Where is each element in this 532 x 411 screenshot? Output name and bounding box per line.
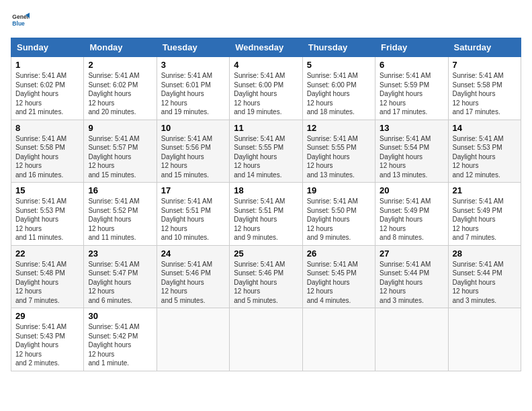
calendar-cell — [302, 308, 375, 371]
day-info: Sunrise: 5:41 AMSunset: 5:47 PMDaylight … — [88, 260, 152, 306]
day-info: Sunrise: 5:41 AMSunset: 5:54 PMDaylight … — [380, 134, 443, 180]
day-info: Sunrise: 5:41 AMSunset: 5:46 PMDaylight … — [161, 260, 225, 306]
day-info: Sunrise: 5:41 AMSunset: 5:44 PMDaylight … — [380, 260, 443, 306]
day-info: Sunrise: 5:41 AMSunset: 6:02 PMDaylight … — [15, 71, 79, 117]
day-number: 20 — [380, 185, 443, 195]
day-info: Sunrise: 5:41 AMSunset: 6:01 PMDaylight … — [161, 71, 225, 117]
calendar-cell — [448, 308, 521, 371]
calendar-cell: 12 Sunrise: 5:41 AMSunset: 5:55 PMDaylig… — [302, 120, 375, 183]
calendar-cell — [375, 308, 448, 371]
calendar-cell: 10 Sunrise: 5:41 AMSunset: 5:56 PMDaylig… — [157, 120, 229, 183]
calendar-cell: 22 Sunrise: 5:41 AMSunset: 5:48 PMDaylig… — [11, 245, 84, 308]
day-info: Sunrise: 5:41 AMSunset: 5:51 PMDaylight … — [234, 197, 298, 242]
day-number: 7 — [453, 60, 517, 70]
calendar-cell: 29 Sunrise: 5:41 AMSunset: 5:43 PMDaylig… — [11, 308, 84, 371]
day-info: Sunrise: 5:41 AMSunset: 5:58 PMDaylight … — [15, 134, 79, 180]
calendar-cell: 18 Sunrise: 5:41 AMSunset: 5:51 PMDaylig… — [230, 183, 302, 246]
calendar-week-3: 15 Sunrise: 5:41 AMSunset: 5:53 PMDaylig… — [11, 183, 521, 246]
calendar-table: SundayMondayTuesdayWednesdayThursdayFrid… — [11, 38, 521, 371]
day-number: 18 — [234, 185, 298, 195]
calendar-cell: 24 Sunrise: 5:41 AMSunset: 5:46 PMDaylig… — [157, 245, 229, 308]
day-number: 15 — [15, 185, 79, 195]
calendar-cell: 26 Sunrise: 5:41 AMSunset: 5:45 PMDaylig… — [302, 245, 375, 308]
col-header-tuesday: Tuesday — [157, 38, 229, 57]
day-info: Sunrise: 5:41 AMSunset: 5:44 PMDaylight … — [453, 260, 517, 306]
calendar-cell: 27 Sunrise: 5:41 AMSunset: 5:44 PMDaylig… — [375, 245, 448, 308]
day-number: 13 — [380, 123, 443, 133]
day-info: Sunrise: 5:41 AMSunset: 5:57 PMDaylight … — [88, 134, 152, 180]
day-number: 28 — [453, 248, 517, 259]
calendar-week-5: 29 Sunrise: 5:41 AMSunset: 5:43 PMDaylig… — [11, 308, 521, 371]
calendar-cell: 5 Sunrise: 5:41 AMSunset: 6:00 PMDayligh… — [302, 57, 375, 120]
calendar-cell: 23 Sunrise: 5:41 AMSunset: 5:47 PMDaylig… — [84, 245, 157, 308]
calendar-cell: 20 Sunrise: 5:41 AMSunset: 5:49 PMDaylig… — [375, 183, 448, 246]
calendar-cell — [230, 308, 302, 371]
day-info: Sunrise: 5:41 AMSunset: 5:43 PMDaylight … — [15, 322, 79, 368]
day-number: 3 — [161, 60, 225, 70]
calendar-header-row: SundayMondayTuesdayWednesdayThursdayFrid… — [11, 38, 521, 57]
day-info: Sunrise: 5:41 AMSunset: 5:51 PMDaylight … — [161, 197, 225, 242]
day-info: Sunrise: 5:41 AMSunset: 5:42 PMDaylight … — [88, 322, 152, 368]
day-number: 22 — [15, 248, 79, 259]
calendar-cell: 16 Sunrise: 5:41 AMSunset: 5:52 PMDaylig… — [84, 183, 157, 246]
day-info: Sunrise: 5:41 AMSunset: 5:49 PMDaylight … — [453, 197, 517, 242]
svg-text:Blue: Blue — [12, 20, 25, 27]
calendar-cell: 19 Sunrise: 5:41 AMSunset: 5:50 PMDaylig… — [302, 183, 375, 246]
calendar-cell: 4 Sunrise: 5:41 AMSunset: 6:00 PMDayligh… — [230, 57, 302, 120]
day-info: Sunrise: 5:41 AMSunset: 5:46 PMDaylight … — [234, 260, 298, 306]
calendar-cell: 15 Sunrise: 5:41 AMSunset: 5:53 PMDaylig… — [11, 183, 84, 246]
page-header: General Blue — [11, 11, 521, 30]
calendar-cell: 25 Sunrise: 5:41 AMSunset: 5:46 PMDaylig… — [230, 245, 302, 308]
day-info: Sunrise: 5:41 AMSunset: 6:00 PMDaylight … — [307, 71, 371, 117]
calendar-cell: 8 Sunrise: 5:41 AMSunset: 5:58 PMDayligh… — [11, 120, 84, 183]
day-number: 30 — [88, 311, 152, 321]
day-number: 11 — [234, 123, 298, 133]
day-number: 5 — [307, 60, 371, 70]
day-info: Sunrise: 5:41 AMSunset: 5:59 PMDaylight … — [380, 71, 443, 117]
day-number: 9 — [88, 123, 152, 133]
calendar-cell: 3 Sunrise: 5:41 AMSunset: 6:01 PMDayligh… — [157, 57, 229, 120]
calendar-week-2: 8 Sunrise: 5:41 AMSunset: 5:58 PMDayligh… — [11, 120, 521, 183]
logo: General Blue — [11, 11, 32, 30]
day-number: 17 — [161, 185, 225, 195]
day-number: 24 — [161, 248, 225, 259]
calendar-cell — [157, 308, 229, 371]
calendar-cell: 28 Sunrise: 5:41 AMSunset: 5:44 PMDaylig… — [448, 245, 521, 308]
calendar-cell: 6 Sunrise: 5:41 AMSunset: 5:59 PMDayligh… — [375, 57, 448, 120]
day-number: 14 — [453, 123, 517, 133]
calendar-cell: 30 Sunrise: 5:41 AMSunset: 5:42 PMDaylig… — [84, 308, 157, 371]
calendar-cell: 2 Sunrise: 5:41 AMSunset: 6:02 PMDayligh… — [84, 57, 157, 120]
calendar-cell: 1 Sunrise: 5:41 AMSunset: 6:02 PMDayligh… — [11, 57, 84, 120]
day-number: 6 — [380, 60, 443, 70]
day-info: Sunrise: 5:41 AMSunset: 5:50 PMDaylight … — [307, 197, 371, 242]
calendar-cell: 17 Sunrise: 5:41 AMSunset: 5:51 PMDaylig… — [157, 183, 229, 246]
calendar-cell: 21 Sunrise: 5:41 AMSunset: 5:49 PMDaylig… — [448, 183, 521, 246]
day-number: 10 — [161, 123, 225, 133]
calendar-week-1: 1 Sunrise: 5:41 AMSunset: 6:02 PMDayligh… — [11, 57, 521, 120]
day-info: Sunrise: 5:41 AMSunset: 5:48 PMDaylight … — [15, 260, 79, 306]
day-number: 8 — [15, 123, 79, 133]
col-header-sunday: Sunday — [11, 38, 84, 57]
day-number: 25 — [234, 248, 298, 259]
logo-icon: General Blue — [11, 11, 30, 30]
day-info: Sunrise: 5:41 AMSunset: 5:56 PMDaylight … — [161, 134, 225, 180]
calendar-cell: 9 Sunrise: 5:41 AMSunset: 5:57 PMDayligh… — [84, 120, 157, 183]
day-info: Sunrise: 5:41 AMSunset: 5:58 PMDaylight … — [453, 71, 517, 117]
col-header-friday: Friday — [375, 38, 448, 57]
day-info: Sunrise: 5:41 AMSunset: 5:53 PMDaylight … — [15, 197, 79, 242]
day-number: 27 — [380, 248, 443, 259]
calendar-week-4: 22 Sunrise: 5:41 AMSunset: 5:48 PMDaylig… — [11, 245, 521, 308]
day-info: Sunrise: 5:41 AMSunset: 5:45 PMDaylight … — [307, 260, 371, 306]
day-number: 26 — [307, 248, 371, 259]
col-header-wednesday: Wednesday — [230, 38, 302, 57]
day-number: 2 — [88, 60, 152, 70]
day-info: Sunrise: 5:41 AMSunset: 5:55 PMDaylight … — [307, 134, 371, 180]
calendar-cell: 13 Sunrise: 5:41 AMSunset: 5:54 PMDaylig… — [375, 120, 448, 183]
calendar-cell: 11 Sunrise: 5:41 AMSunset: 5:55 PMDaylig… — [230, 120, 302, 183]
day-info: Sunrise: 5:41 AMSunset: 5:53 PMDaylight … — [453, 134, 517, 180]
day-number: 1 — [15, 60, 79, 70]
day-number: 16 — [88, 185, 152, 195]
day-info: Sunrise: 5:41 AMSunset: 6:00 PMDaylight … — [234, 71, 298, 117]
day-info: Sunrise: 5:41 AMSunset: 5:49 PMDaylight … — [380, 197, 443, 242]
day-info: Sunrise: 5:41 AMSunset: 5:55 PMDaylight … — [234, 134, 298, 180]
